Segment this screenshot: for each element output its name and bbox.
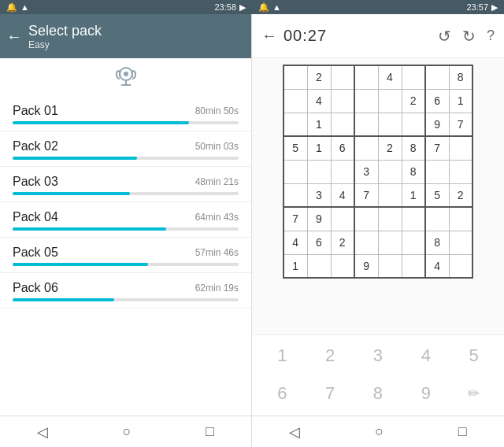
left-recent-nav[interactable]: □ [206,423,214,440]
sudoku-cell[interactable]: 1 [284,254,307,278]
sudoku-cell[interactable] [284,89,307,113]
numpad-btn-3[interactable]: 3 [354,338,402,373]
sudoku-cell[interactable] [331,207,354,231]
sudoku-cell[interactable] [378,160,402,183]
sudoku-cell[interactable] [402,254,425,278]
sudoku-cell[interactable] [378,207,402,231]
sudoku-cell[interactable]: 1 [402,183,425,207]
undo-button[interactable]: ↺ [438,27,451,46]
redo-button[interactable]: ↻ [462,27,476,46]
sudoku-cell[interactable] [331,89,354,113]
sudoku-cell[interactable]: 2 [307,65,331,89]
right-home-nav[interactable]: ○ [375,423,384,440]
sudoku-cell[interactable] [449,160,472,183]
sudoku-cell[interactable]: 7 [425,136,449,160]
pack-item-1[interactable]: Pack 01 80min 50s [0,96,251,131]
sudoku-cell[interactable]: 2 [331,231,354,254]
pack-item-3[interactable]: Pack 03 48min 21s [0,167,251,202]
sudoku-cell[interactable] [378,254,402,278]
sudoku-cell[interactable] [284,183,307,207]
sudoku-cell[interactable]: 5 [284,136,307,160]
sudoku-cell[interactable] [331,65,354,89]
sudoku-cell[interactable]: 4 [284,231,307,254]
pack-item-4[interactable]: Pack 04 64min 43s [0,202,251,238]
left-back-nav[interactable]: ◁ [37,423,48,441]
sudoku-cell[interactable] [378,231,402,254]
sudoku-cell[interactable]: 9 [307,207,331,231]
sudoku-cell[interactable]: 2 [378,136,402,160]
sudoku-cell[interactable]: 8 [449,65,472,89]
sudoku-cell[interactable] [449,254,472,278]
numpad-btn-6[interactable]: 6 [258,376,306,411]
sudoku-cell[interactable]: 9 [425,113,449,136]
sudoku-cell[interactable]: 8 [402,136,425,160]
sudoku-cell[interactable]: 7 [354,183,378,207]
sudoku-cell[interactable] [331,113,354,136]
sudoku-cell[interactable] [354,89,378,113]
sudoku-cell[interactable]: 6 [425,89,449,113]
left-home-nav[interactable]: ○ [123,423,132,440]
sudoku-cell[interactable] [354,113,378,136]
sudoku-cell[interactable]: 4 [425,254,449,278]
sudoku-cell[interactable] [307,160,331,183]
left-back-button[interactable]: ← [6,28,22,46]
sudoku-cell[interactable] [378,113,402,136]
right-recent-nav[interactable]: □ [458,423,467,440]
sudoku-cell[interactable] [354,231,378,254]
sudoku-cell[interactable] [449,136,472,160]
sudoku-cell[interactable]: 6 [331,136,354,160]
sudoku-cell[interactable]: 6 [307,231,331,254]
numpad-btn-2[interactable]: 2 [306,338,354,373]
sudoku-cell[interactable]: 7 [284,207,307,231]
numpad-btn-4[interactable]: 4 [402,338,450,373]
pack-item-6[interactable]: Pack 06 62min 19s [0,273,251,308]
sudoku-cell[interactable] [425,160,449,183]
sudoku-cell[interactable]: 7 [449,113,472,136]
sudoku-cell[interactable] [449,231,472,254]
numpad-btn-8[interactable]: 8 [354,376,402,411]
right-back-nav[interactable]: ◁ [289,423,300,441]
sudoku-cell[interactable] [378,89,402,113]
sudoku-cell[interactable]: 8 [425,231,449,254]
sudoku-cell[interactable] [354,136,378,160]
sudoku-cell[interactable] [402,65,425,89]
sudoku-cell[interactable] [307,254,331,278]
sudoku-cell[interactable]: 1 [449,89,472,113]
help-button[interactable]: ? [487,28,495,44]
sudoku-cell[interactable] [425,207,449,231]
sudoku-cell[interactable]: 9 [354,254,378,278]
sudoku-cell[interactable] [402,207,425,231]
sudoku-cell[interactable] [354,207,378,231]
numpad-pencil-btn[interactable]: ✏ [450,376,498,411]
sudoku-cell[interactable]: 4 [378,65,402,89]
sudoku-cell[interactable] [402,113,425,136]
sudoku-cell[interactable]: 5 [425,183,449,207]
right-panel: ← 00:27 ↺ ↻ ? 24842611975162873834715279… [252,14,504,416]
sudoku-cell[interactable] [331,160,354,183]
sudoku-cell[interactable]: 3 [307,183,331,207]
sudoku-cell[interactable] [449,207,472,231]
numpad-btn-7[interactable]: 7 [306,376,354,411]
right-back-button[interactable]: ← [261,27,277,45]
sudoku-cell[interactable]: 3 [354,160,378,183]
sudoku-cell[interactable]: 1 [307,113,331,136]
sudoku-cell[interactable]: 2 [402,89,425,113]
sudoku-cell[interactable] [425,65,449,89]
sudoku-cell[interactable] [378,183,402,207]
sudoku-cell[interactable]: 4 [331,183,354,207]
sudoku-cell[interactable]: 4 [307,89,331,113]
sudoku-cell[interactable] [354,65,378,89]
pack-item-5[interactable]: Pack 05 57min 46s [0,238,251,273]
pack-item-2[interactable]: Pack 02 50min 03s [0,131,251,167]
sudoku-cell[interactable] [284,113,307,136]
numpad-btn-1[interactable]: 1 [258,338,306,373]
sudoku-cell[interactable] [331,254,354,278]
sudoku-cell[interactable]: 2 [449,183,472,207]
sudoku-cell[interactable] [284,160,307,183]
numpad-btn-5[interactable]: 5 [450,338,498,373]
sudoku-cell[interactable] [402,231,425,254]
sudoku-cell[interactable]: 8 [402,160,425,183]
sudoku-cell[interactable]: 1 [307,136,331,160]
sudoku-cell[interactable] [284,65,307,89]
numpad-btn-9[interactable]: 9 [402,376,450,411]
